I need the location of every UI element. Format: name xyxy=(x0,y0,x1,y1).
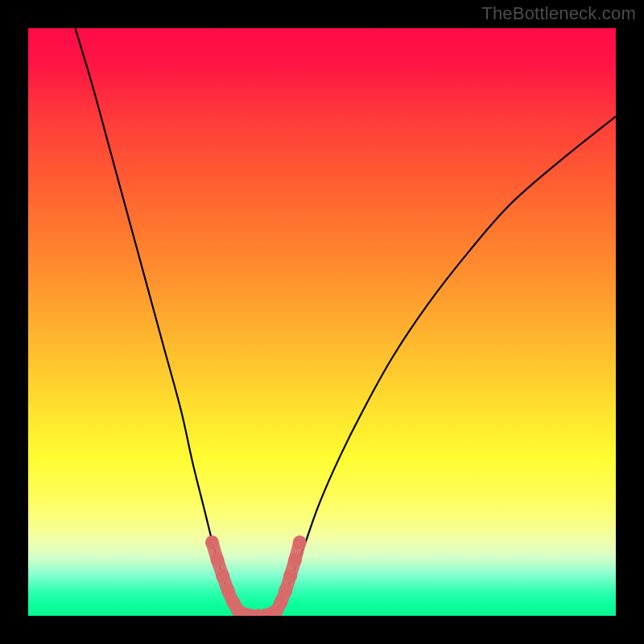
marker-dot xyxy=(216,569,229,583)
series-left-curve xyxy=(75,28,239,613)
series-right-curve xyxy=(275,117,616,613)
watermark-text: TheBottleneck.com xyxy=(481,3,636,24)
marker-dot xyxy=(279,584,292,597)
marker-dot xyxy=(221,584,235,597)
plot-area xyxy=(28,28,616,616)
marker-dot xyxy=(283,569,297,583)
marker-dot xyxy=(293,535,307,549)
curve-group xyxy=(75,28,616,616)
marker-dot xyxy=(205,535,219,549)
marker-group xyxy=(205,535,307,616)
chart-frame: TheBottleneck.com xyxy=(0,0,644,644)
curve-svg xyxy=(28,28,616,616)
marker-dot xyxy=(288,553,302,567)
marker-dot xyxy=(211,553,225,567)
